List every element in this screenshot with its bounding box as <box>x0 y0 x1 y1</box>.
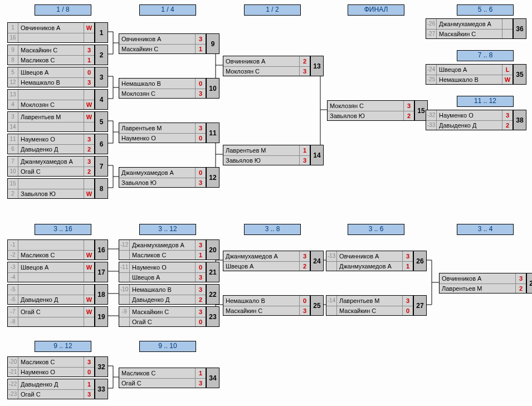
seed: 6 <box>8 145 18 154</box>
score <box>502 19 513 29</box>
player-name: Лаврентьев М <box>119 125 195 131</box>
match-number: 3 <box>95 67 108 87</box>
player-name: Науменко О <box>130 264 195 271</box>
round-header: 3 .. 16 <box>35 224 91 235</box>
player-name: Масликов С <box>18 359 84 365</box>
round-header: 11 .. 12 <box>457 96 514 107</box>
seed <box>326 306 337 316</box>
player-name: Завьялов Ю <box>18 190 84 197</box>
match-4: 134Моклозян СW <box>7 89 95 110</box>
score: 3 <box>195 123 206 133</box>
match-17: -3Швецов АW-4 <box>7 262 95 282</box>
round-header: 3 .. 12 <box>139 224 196 235</box>
player-name: Завьялов Ю <box>328 112 403 119</box>
player-name: Маскайкин С <box>223 307 299 314</box>
match-28: Овчинников А3Лаврентьев М2 <box>439 273 526 294</box>
score: 1 <box>84 379 94 389</box>
seed: 16 <box>8 33 18 43</box>
match-34: Масликов С1Огай С3 <box>119 368 206 388</box>
match-38: -32Науменко О3-33Давыденко Д2 <box>426 110 513 130</box>
match-number: 2 <box>95 45 108 65</box>
seed: -33 <box>426 121 437 130</box>
match-number: 22 <box>206 284 219 305</box>
score: 1 <box>195 251 206 260</box>
score: 1 <box>195 45 206 54</box>
score: 1 <box>299 145 310 155</box>
score: 3 <box>195 34 206 44</box>
match-number: 14 <box>310 145 324 165</box>
player-name: Масликов С <box>119 370 195 376</box>
score: 3 <box>195 89 206 99</box>
round-header: 3 .. 8 <box>244 224 301 235</box>
score <box>84 90 94 100</box>
score: W <box>84 307 94 317</box>
seed <box>119 251 130 260</box>
seed: -9 <box>119 307 130 317</box>
score: 3 <box>84 357 94 367</box>
match-number: 20 <box>206 239 219 260</box>
match-7: 7Джанмухамедов А310Огай С2 <box>7 156 95 177</box>
score: 2 <box>84 145 94 154</box>
match-2: 9Маскайкин С38Масликов С1 <box>7 45 95 65</box>
score: 3 <box>299 251 310 261</box>
player-name: Давыденко Д <box>437 122 502 129</box>
score: W <box>84 251 94 260</box>
player-name: Овчинников А <box>119 36 195 42</box>
seed: -10 <box>119 285 130 295</box>
match-19: -7Огай СW-8 <box>7 306 95 327</box>
seed: -12 <box>119 240 130 250</box>
match-number: 17 <box>95 262 108 282</box>
player-name: Огай С <box>18 391 84 398</box>
seed: 1 <box>8 23 18 33</box>
player-name: Маскайкин С <box>130 309 195 315</box>
seed <box>119 273 130 282</box>
seed: -11 <box>119 262 130 272</box>
score: 0 <box>195 79 206 89</box>
seed: -6 <box>8 295 18 305</box>
player-name: Огай С <box>18 168 84 175</box>
match-36: -26Джанмухамедов А-27Маскайкин С <box>426 18 513 39</box>
score: 2 <box>515 284 526 294</box>
match-number: 34 <box>206 368 219 388</box>
player-name: Джанмухамедов А <box>130 242 195 248</box>
seed: 14 <box>8 123 18 132</box>
score <box>84 33 94 43</box>
player-name: Науменко О <box>18 369 84 375</box>
seed: 3 <box>8 112 18 122</box>
match-number: 9 <box>206 33 219 54</box>
player-name: Овчинников А <box>223 58 299 65</box>
match-number: 4 <box>95 89 108 110</box>
player-name: Немашкало В <box>130 286 195 293</box>
round-header: 1 / 2 <box>244 4 301 16</box>
seed: 4 <box>8 100 18 110</box>
seed: 2 <box>8 189 18 199</box>
seed: -5 <box>8 285 18 295</box>
match-number: 28 <box>526 273 532 294</box>
player-name: Овчинников А <box>337 253 402 260</box>
player-name: Моклозян С <box>223 68 299 75</box>
player-name: Немашкало В <box>18 79 84 86</box>
player-name: Моклозян С <box>119 90 195 97</box>
match-3: 5Швецов А012Немашкало В3 <box>7 67 95 87</box>
match-18: -5-6Давыденко ДW <box>7 284 95 305</box>
seed: 12 <box>8 78 18 87</box>
seed: -13 <box>326 251 337 261</box>
player-name: Лаврентьев М <box>223 147 299 154</box>
player-name: Джанмухамедов А <box>337 263 402 270</box>
score: W <box>84 295 94 305</box>
match-25: Немашкало В0Маскайкин С3 <box>223 295 310 316</box>
match-32: -20Масликов С3-21Науменко О0 <box>7 356 95 377</box>
score: 3 <box>515 273 526 283</box>
player-name: Швецов А <box>130 274 195 281</box>
match-5: 3Лаврентьев МW14 <box>7 111 95 132</box>
score <box>84 273 94 282</box>
score: 3 <box>195 379 206 388</box>
match-number: 10 <box>206 78 219 99</box>
seed: -24 <box>426 65 437 75</box>
player-name: Давыденко Д <box>18 146 84 153</box>
player-name: Швецов А <box>223 263 299 270</box>
score <box>84 179 94 189</box>
player-name: Джанмухамедов А <box>119 169 195 176</box>
seed: -2 <box>8 251 18 260</box>
score: 1 <box>84 56 94 65</box>
